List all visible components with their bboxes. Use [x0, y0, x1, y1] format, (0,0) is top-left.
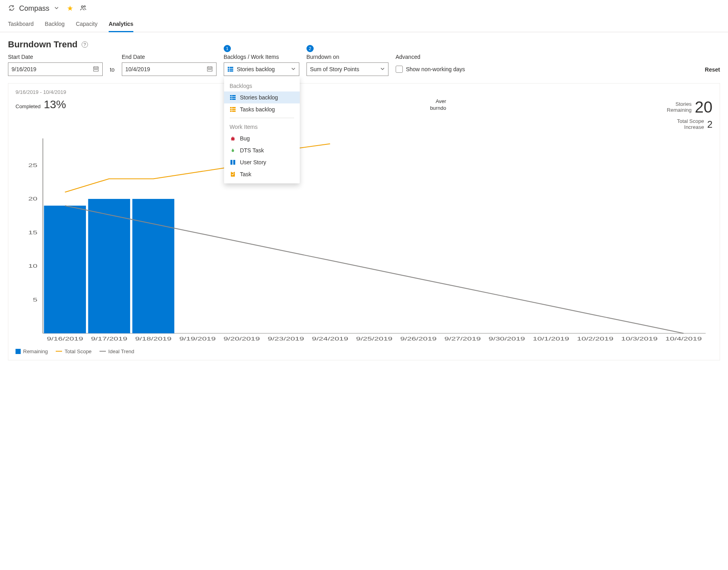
svg-rect-5	[97, 69, 98, 70]
chart-date-range: 9/16/2019 - 10/4/2019	[16, 89, 66, 95]
menu-item-dts-task[interactable]: DTS Task	[224, 144, 300, 156]
svg-rect-8	[209, 69, 210, 70]
completed-label: Completed	[16, 103, 41, 109]
show-non-working-days-checkbox[interactable]	[396, 66, 403, 73]
burndown-chart: 5101520259/16/20199/17/20199/18/20199/19…	[16, 134, 712, 345]
tab-taskboard[interactable]: Taskboard	[8, 18, 34, 32]
burndown-on-selected-value: Sum of Story Points	[310, 66, 359, 72]
calendar-icon	[207, 66, 213, 73]
tab-capacity[interactable]: Capacity	[76, 18, 97, 32]
svg-text:9/19/2019: 9/19/2019	[179, 336, 216, 342]
scope-metric: Total Scope Increase 2	[677, 119, 712, 130]
backlogs-dropdown-menu: Backlogs Stories backlog Tasks backlog W…	[224, 76, 300, 183]
chevron-down-icon[interactable]	[54, 6, 59, 12]
menu-item-task[interactable]: Task	[224, 168, 300, 180]
chevron-down-icon	[291, 66, 296, 72]
start-date-field: Start Date 9/16/2019	[8, 54, 103, 76]
svg-text:5: 5	[33, 297, 37, 303]
menu-item-label: Tasks backlog	[240, 106, 275, 113]
svg-rect-11	[228, 69, 229, 70]
start-date-label: Start Date	[8, 54, 103, 60]
svg-text:9/26/2019: 9/26/2019	[400, 336, 437, 342]
scope-label-2: Increase	[684, 125, 704, 130]
help-icon[interactable]: ?	[82, 41, 88, 48]
svg-text:9/16/2019: 9/16/2019	[47, 336, 83, 342]
calendar-icon	[93, 66, 99, 73]
reset-link[interactable]: Reset	[705, 66, 720, 76]
svg-text:9/24/2019: 9/24/2019	[312, 336, 348, 342]
svg-rect-55	[44, 206, 86, 333]
end-date-input[interactable]: 10/4/2019	[122, 62, 217, 76]
svg-rect-12	[228, 70, 229, 72]
clipboard-icon	[230, 171, 236, 177]
chart-body: 5101520259/16/20199/17/20199/18/20199/19…	[8, 134, 720, 345]
legend-remaining: Remaining	[16, 348, 48, 354]
menu-group-header-backlogs: Backlogs	[224, 80, 300, 91]
svg-text:10/2/2019: 10/2/2019	[577, 336, 614, 342]
burndown-chart-card: 9/16/2019 - 10/4/2019 Completed 13% Aver…	[8, 83, 720, 360]
star-icon[interactable]: ★	[67, 4, 73, 13]
svg-text:15: 15	[28, 230, 37, 235]
menu-item-label: Task	[240, 171, 252, 177]
svg-rect-21	[232, 99, 236, 100]
refresh-icon[interactable]	[8, 4, 15, 13]
svg-rect-22	[230, 107, 232, 108]
scope-value: 2	[707, 119, 712, 130]
people-icon[interactable]	[80, 4, 87, 13]
svg-rect-3	[94, 69, 95, 70]
svg-text:9/18/2019: 9/18/2019	[135, 336, 172, 342]
svg-rect-7	[208, 69, 209, 70]
svg-rect-57	[132, 199, 174, 333]
menu-item-stories-backlog[interactable]: Stories backlog	[224, 91, 300, 103]
svg-rect-56	[88, 199, 130, 333]
legend-swatch	[56, 351, 62, 352]
legend-ideal-trend: Ideal Trend	[100, 348, 134, 354]
backlogs-label: Backlogs / Work Items	[224, 54, 299, 60]
svg-text:9/23/2019: 9/23/2019	[267, 336, 304, 342]
svg-rect-20	[232, 97, 236, 98]
burndown-on-label: Burndown on	[306, 54, 388, 60]
svg-rect-13	[230, 67, 233, 68]
burndown-on-dropdown[interactable]: Sum of Story Points	[306, 62, 388, 76]
svg-rect-29	[230, 160, 232, 165]
backlogs-selected-value: Stories backlog	[237, 66, 275, 72]
svg-text:10: 10	[28, 263, 37, 269]
svg-rect-23	[230, 109, 232, 110]
legend-swatch	[100, 351, 106, 352]
section-title-row: Burndown Trend ?	[0, 32, 728, 54]
svg-text:9/27/2019: 9/27/2019	[444, 336, 481, 342]
svg-text:9/20/2019: 9/20/2019	[223, 336, 260, 342]
svg-text:10/1/2019: 10/1/2019	[533, 336, 570, 342]
svg-text:20: 20	[28, 196, 37, 202]
start-date-value: 9/16/2019	[12, 66, 36, 72]
svg-text:10/3/2019: 10/3/2019	[621, 336, 658, 342]
backlogs-dropdown[interactable]: Stories backlog Backlogs Stories backlog…	[224, 62, 299, 76]
menu-item-label: User Story	[240, 159, 266, 165]
backlog-icon	[227, 66, 234, 72]
menu-group-header-workitems: Work Items	[224, 121, 300, 132]
show-non-working-days-label: Show non-working days	[406, 66, 465, 72]
end-date-field: End Date 10/4/2019	[122, 54, 217, 76]
project-title[interactable]: Compass	[19, 4, 49, 13]
svg-rect-16	[230, 95, 232, 96]
svg-rect-9	[211, 69, 211, 70]
callout-badge-1: 1	[224, 45, 231, 52]
advanced-label: Advanced	[396, 54, 465, 60]
tab-backlog[interactable]: Backlog	[45, 18, 65, 32]
completed-value: 13%	[44, 98, 66, 111]
menu-item-user-story[interactable]: User Story	[224, 156, 300, 168]
to-label: to	[110, 66, 115, 76]
svg-rect-24	[230, 111, 232, 112]
remaining-value: 20	[695, 98, 713, 116]
tab-bar: Taskboard Backlog Capacity Analytics	[0, 15, 728, 32]
bug-icon	[230, 135, 236, 142]
svg-rect-27	[232, 111, 236, 112]
menu-item-tasks-backlog[interactable]: Tasks backlog	[224, 103, 300, 115]
start-date-input[interactable]: 9/16/2019	[8, 62, 103, 76]
menu-item-bug[interactable]: Bug	[224, 132, 300, 144]
completed-metric: Completed 13%	[16, 98, 66, 111]
end-date-label: End Date	[122, 54, 217, 60]
tab-analytics[interactable]: Analytics	[109, 18, 133, 32]
svg-point-1	[84, 6, 86, 7]
svg-text:9/17/2019: 9/17/2019	[91, 336, 127, 342]
